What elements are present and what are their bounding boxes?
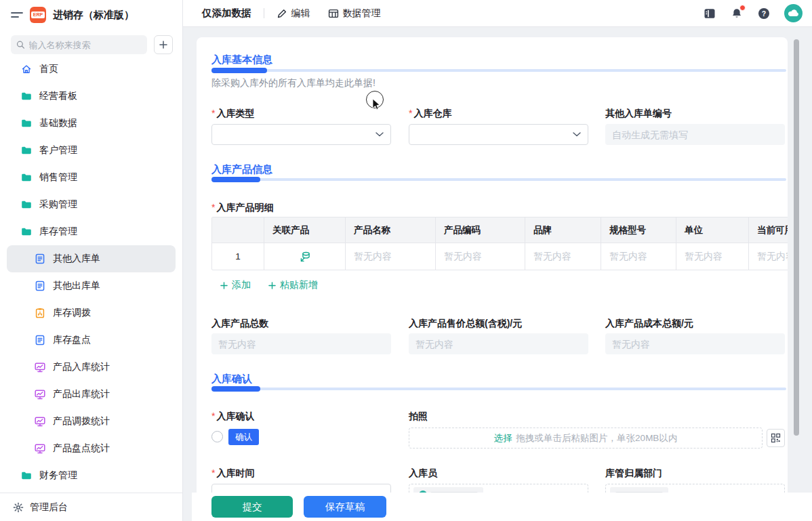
user-avatar[interactable] [784, 4, 803, 22]
pencil-icon [277, 8, 287, 19]
sidebar-item-label: 首页 [39, 63, 58, 75]
sidebar-item-label: 其他出库单 [53, 280, 100, 292]
order-no-input [605, 124, 785, 145]
vertical-scrollbar[interactable] [794, 39, 799, 436]
help-icon[interactable] [757, 7, 771, 20]
sidebar-item-inventory[interactable]: 库存管理 [7, 218, 176, 245]
product-code-cell[interactable]: 暂无内容 [436, 243, 525, 270]
plus-icon [159, 41, 167, 49]
confirm-radio[interactable] [211, 431, 223, 442]
linked-product-cell[interactable] [264, 243, 346, 270]
spec-cell[interactable]: 暂无内容 [601, 243, 676, 270]
menu-collapse-icon[interactable] [11, 10, 23, 20]
field-label-product-detail: 入库产品明细 [211, 202, 273, 214]
section-title-basic: 入库基本信息 [211, 54, 272, 66]
product-detail-table: 关联产品 产品名称 产品编码 品牌 规格型号 单位 当前可用库存 1 暂无内容 … [211, 217, 788, 270]
product-name-cell[interactable]: 暂无内容 [346, 243, 436, 270]
submit-button[interactable]: 提交 [211, 496, 293, 518]
progress-pill [211, 177, 260, 182]
topbar: 仅添加数据 编辑 数据管理 [183, 0, 812, 27]
sidebar-item-home[interactable]: 首页 [7, 56, 176, 83]
sidebar-item-transfer-stats[interactable]: 产品调拨统计 [7, 408, 176, 435]
sidebar-item-dashboard[interactable]: 经营看板 [7, 83, 176, 110]
scan-qr-button[interactable] [767, 429, 785, 447]
folder-icon [20, 171, 33, 184]
field-label-confirm: 入库确认 [211, 411, 254, 423]
table-header-product-code: 产品编码 [436, 217, 525, 243]
sidebar: ERP 进销存（标准版） 首页 经营看板 基础数据 [0, 0, 183, 521]
sidebar-item-stock-transfer[interactable]: 库存调拨 [7, 299, 176, 327]
notification-bell-icon[interactable] [730, 7, 744, 20]
sidebar-item-sales[interactable]: 销售管理 [7, 164, 176, 191]
side-panel-toggle-icon[interactable] [703, 7, 716, 20]
table-actions: 添加 粘贴新增 [220, 279, 318, 291]
inbound-warehouse-select[interactable] [409, 124, 588, 145]
add-node-button[interactable] [154, 35, 173, 54]
table-header-spec: 规格型号 [601, 217, 676, 243]
chevron-down-icon [375, 132, 384, 137]
upload-select-link[interactable]: 选择 [494, 432, 512, 444]
sidebar-item-customer[interactable]: 客户管理 [7, 137, 176, 164]
link-record-icon [299, 251, 311, 263]
chart-monitor-icon [34, 415, 46, 428]
sidebar-item-other-outbound[interactable]: 其他出库单 [7, 272, 176, 299]
sidebar-item-finance[interactable]: 财务管理 [7, 462, 176, 489]
paste-add-button[interactable]: 粘贴新增 [268, 279, 318, 291]
chart-monitor-icon [34, 361, 46, 373]
sidebar-item-stock-check[interactable]: 库存盘点 [7, 327, 176, 354]
total-sale-input [409, 333, 588, 354]
table-grid-icon [328, 8, 339, 19]
brand-cell[interactable]: 暂无内容 [525, 243, 601, 270]
table-header-index [212, 217, 264, 243]
table-header-linked-product: 关联产品 [264, 217, 346, 243]
admin-backend-button[interactable]: 管理后台 [0, 493, 182, 521]
unit-cell[interactable]: 暂无内容 [676, 243, 749, 270]
sidebar-menu: 首页 经营看板 基础数据 客户管理 销售管理 采购管理 [0, 56, 182, 489]
table-header-available-stock: 当前可用库存 [749, 217, 788, 243]
admin-backend-label: 管理后台 [30, 501, 68, 514]
field-label-total-sale: 入库产品售价总额(含税)/元 [409, 318, 522, 330]
chevron-down-icon [573, 132, 581, 137]
save-draft-button[interactable]: 保存草稿 [304, 496, 386, 518]
form-card: 入库基本信息 除采购入库外的所有入库单均走此单据! 入库类型 入库仓库 其他入库… [197, 37, 788, 521]
table-header-row: 关联产品 产品名称 产品编码 品牌 规格型号 单位 当前可用库存 [212, 217, 788, 243]
plus-icon [220, 282, 228, 289]
sidebar-item-other-inbound[interactable]: 其他入库单 [7, 245, 176, 272]
sidebar-item-inbound-stats[interactable]: 产品入库统计 [7, 354, 176, 381]
form-footer: 提交 保存草稿 [192, 493, 812, 521]
field-label-inbound-time: 入库时间 [211, 467, 254, 480]
photo-upload-dropzone[interactable]: 选择 拖拽或单击后粘贴图片，单张20MB以内 [409, 428, 763, 449]
chart-monitor-icon [34, 442, 46, 455]
cloud-icon [788, 9, 800, 17]
total-count-input [211, 333, 391, 354]
confirm-option-button[interactable]: 确认 [228, 429, 259, 445]
sidebar-item-outbound-stats[interactable]: 产品出库统计 [7, 381, 176, 408]
field-label-total-count: 入库产品总数 [211, 318, 268, 330]
upload-hint: 拖拽或单击后粘贴图片，单张20MB以内 [516, 432, 678, 444]
sidebar-search-row [0, 30, 182, 58]
inbound-type-select[interactable] [211, 124, 391, 145]
sidebar-item-label: 库存盘点 [53, 334, 91, 346]
home-icon [20, 63, 33, 75]
data-manage-button[interactable]: 数据管理 [328, 7, 381, 20]
clipboard-icon [34, 307, 46, 319]
add-row-button[interactable]: 添加 [220, 279, 251, 291]
sidebar-item-check-stats[interactable]: 产品盘点统计 [7, 435, 176, 462]
table-header-product-name: 产品名称 [346, 217, 436, 243]
sidebar-item-label: 经营看板 [39, 90, 77, 102]
search-input[interactable] [29, 40, 142, 50]
sidebar-item-base-data[interactable]: 基础数据 [7, 110, 176, 137]
app-logo: ERP [30, 7, 46, 23]
sidebar-item-label: 库存调拨 [53, 307, 91, 319]
sidebar-item-purchase[interactable]: 采购管理 [7, 191, 176, 218]
section-title-confirm: 入库确认 [211, 373, 252, 385]
section-progress-basic [211, 68, 786, 73]
app-title: 进销存（标准版） [53, 9, 134, 22]
available-stock-cell[interactable]: 暂无内容 [749, 243, 788, 270]
form-mode-label: 仅添加数据 [202, 7, 251, 20]
search-box[interactable] [11, 35, 147, 54]
sidebar-item-label: 其他入库单 [53, 253, 100, 265]
edit-button[interactable]: 编辑 [277, 7, 310, 20]
plus-icon [268, 282, 276, 289]
field-label-order-no: 其他入库单编号 [605, 108, 672, 120]
